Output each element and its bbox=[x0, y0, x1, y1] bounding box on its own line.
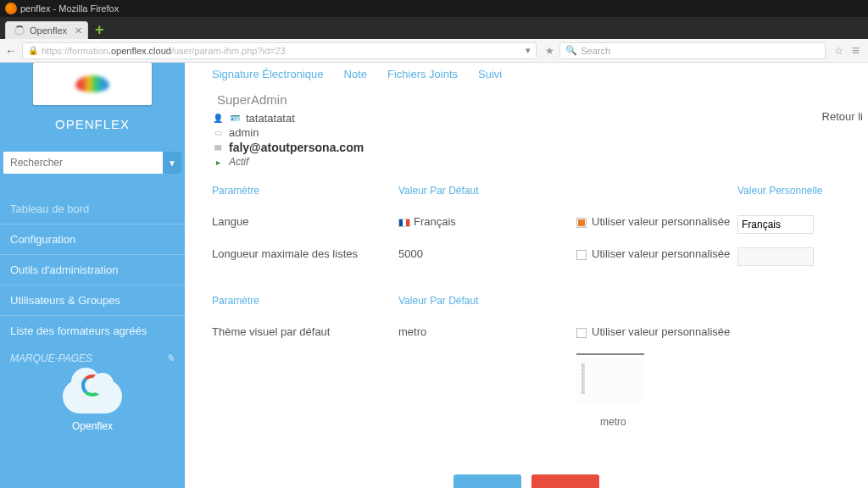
sidebar-bookmarks[interactable]: MARQUE-PAGES ✎ bbox=[0, 346, 185, 371]
save-button[interactable] bbox=[453, 474, 521, 488]
theme-caption: metro bbox=[600, 416, 865, 428]
user-status-row: ▸ Actif bbox=[212, 156, 868, 168]
params-grid: Paramètre Valeur Par Défaut Valeur Perso… bbox=[212, 180, 868, 428]
search-dropdown-button[interactable]: ▼ bbox=[163, 152, 181, 174]
tab-signature[interactable]: Signature Électronique bbox=[212, 68, 324, 80]
close-tab-icon[interactable]: ✕ bbox=[75, 25, 82, 36]
param-personal bbox=[737, 241, 865, 273]
param-name: Thème visuel par défaut bbox=[212, 319, 390, 345]
sidebar-search[interactable]: ▼ bbox=[3, 152, 181, 174]
browser-search[interactable]: 🔍 Search bbox=[559, 42, 825, 59]
bookmark-edit-icon[interactable]: ✎ bbox=[166, 352, 175, 364]
id-icon: 🪪 bbox=[229, 113, 241, 125]
hamburger-menu-icon[interactable]: ≡ bbox=[849, 43, 863, 58]
tab-note[interactable]: Note bbox=[344, 68, 367, 80]
param-usecustom[interactable]: Utiliser valeur personnalisée bbox=[576, 241, 729, 273]
col-personal: Valeur Personnelle bbox=[737, 180, 865, 208]
param-usecustom[interactable]: Utiliser valeur personnalisée bbox=[576, 319, 729, 345]
bookmark-star-icon[interactable]: ★ bbox=[545, 45, 554, 57]
sidebar-footer-logo: Openflex bbox=[0, 380, 185, 432]
browser-tabstrip: Openflex ✕ + bbox=[0, 17, 868, 39]
reader-toggle[interactable]: ▾ bbox=[526, 45, 531, 56]
theme-thumbnail[interactable] bbox=[576, 353, 644, 402]
col-param: Paramètre bbox=[212, 290, 390, 319]
user-login-row: ▭ admin bbox=[212, 126, 868, 139]
url-field[interactable]: 🔒 https://formation.openflex.cloud/user/… bbox=[22, 42, 537, 59]
param-default: 5000 bbox=[398, 241, 568, 273]
action-buttons bbox=[453, 474, 599, 488]
sidebar: OPENFLEX ▼ Tableau de bord Configuration… bbox=[0, 63, 185, 488]
param-name: Longueur maximale des listes bbox=[212, 241, 390, 273]
window-titlebar: penflex - Mozilla Firefox bbox=[0, 0, 868, 17]
user-email-row: ✉ faly@atoutpersona.com bbox=[212, 141, 868, 154]
firefox-icon bbox=[5, 3, 17, 14]
logo-swirl-icon bbox=[75, 75, 109, 92]
checkbox-icon[interactable] bbox=[576, 250, 587, 260]
cancel-button[interactable] bbox=[531, 474, 599, 488]
sidebar-search-input[interactable] bbox=[3, 152, 163, 174]
user-title: SuperAdmin bbox=[212, 92, 868, 107]
logo-card bbox=[33, 63, 152, 105]
card-icon: ▭ bbox=[212, 127, 224, 139]
tab-followup[interactable]: Suivi bbox=[478, 68, 502, 80]
checkbox-icon[interactable] bbox=[576, 328, 587, 338]
flag-fr-icon bbox=[398, 219, 410, 227]
sidebar-item-admin-tools[interactable]: Outils d'administration bbox=[0, 255, 185, 285]
sidebar-item-users-groups[interactable]: Utilisateurs & Groupes bbox=[0, 286, 185, 315]
sidebar-item-trainers[interactable]: Liste des formateurs agréés bbox=[0, 316, 185, 346]
mail-icon: ✉ bbox=[212, 141, 224, 153]
user-email: faly@atoutpersona.com bbox=[229, 141, 364, 154]
param-personal[interactable] bbox=[737, 208, 865, 241]
user-fullname: tatatatatat bbox=[246, 112, 295, 125]
param-name: Langue bbox=[212, 208, 390, 241]
loading-spinner-icon bbox=[14, 25, 25, 36]
col-param: Paramètre bbox=[212, 180, 390, 208]
toolbar-star-icon[interactable]: ☆ bbox=[834, 45, 843, 57]
tab-attachments[interactable]: Fichiers Joints bbox=[387, 68, 458, 80]
personal-value-input-disabled bbox=[737, 247, 814, 266]
col-default: Valeur Par Défaut bbox=[398, 180, 568, 208]
status-flag-icon: ▸ bbox=[212, 156, 224, 168]
param-default: metro bbox=[398, 319, 568, 345]
theme-preview[interactable]: metro bbox=[576, 353, 865, 428]
new-tab-button[interactable]: + bbox=[88, 21, 111, 39]
user-login: admin bbox=[229, 126, 259, 139]
col-default: Valeur Par Défaut bbox=[398, 290, 568, 319]
back-link[interactable]: Retour li bbox=[822, 110, 863, 123]
search-icon: 🔍 bbox=[565, 45, 577, 56]
address-bar: ← 🔒 https://formation.openflex.cloud/use… bbox=[0, 39, 868, 63]
lock-icon: 🔒 bbox=[28, 46, 38, 55]
browser-tab[interactable]: Openflex ✕ bbox=[5, 21, 88, 39]
sidebar-nav: Tableau de bord Configuration Outils d'a… bbox=[0, 194, 185, 346]
window-title: penflex - Mozilla Firefox bbox=[20, 0, 119, 17]
back-button[interactable]: ← bbox=[5, 44, 17, 58]
checkbox-checked-icon[interactable] bbox=[576, 218, 587, 228]
param-usecustom[interactable]: Utiliser valeur personnalisée bbox=[576, 208, 729, 241]
personal-value-input[interactable] bbox=[737, 215, 814, 234]
param-default: Français bbox=[398, 208, 568, 241]
user-block: SuperAdmin 👤 🪪 tatatatatat ▭ admin ✉ fal… bbox=[212, 92, 868, 168]
tab-label: Openflex bbox=[30, 25, 67, 36]
content-tabs: Signature Électronique Note Fichiers Joi… bbox=[212, 63, 868, 92]
user-status: Actif bbox=[229, 156, 248, 168]
user-fullname-row: 👤 🪪 tatatatatat bbox=[212, 112, 868, 125]
sidebar-item-dashboard[interactable]: Tableau de bord bbox=[0, 194, 185, 224]
search-placeholder: Search bbox=[581, 46, 610, 56]
brand-name: OPENFLEX bbox=[0, 117, 185, 131]
main-content: Signature Électronique Note Fichiers Joi… bbox=[185, 63, 868, 488]
person-icon: 👤 bbox=[212, 113, 224, 125]
sidebar-item-configuration[interactable]: Configuration bbox=[0, 225, 185, 254]
